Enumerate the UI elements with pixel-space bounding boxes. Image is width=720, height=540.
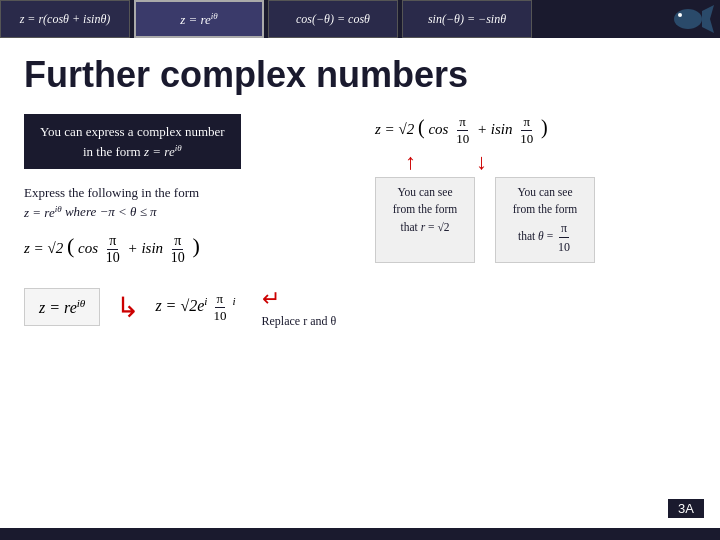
arrow-up-row: ↑ ↓ (405, 151, 696, 173)
fish-icon (660, 0, 720, 38)
intro-line1: You can express a complex number (40, 122, 225, 142)
intro-box: You can express a complex number in the … (24, 114, 241, 169)
svg-marker-1 (702, 5, 714, 33)
formula-text-1: z = r(cosθ + isinθ) (20, 12, 111, 27)
arrow-up-left: ↑ (405, 151, 416, 173)
express-line2: z = reiθ where −π < θ ≤ π (24, 203, 345, 220)
replace-label-text: Replace r and θ (262, 314, 337, 329)
main-formula-left: z = √2 ( cos π 10 + isin π 10 ) (24, 233, 345, 266)
replace-result-formula: z = √2ei π 10 i (155, 291, 235, 324)
express-line1: Express the following in the form (24, 185, 345, 201)
express-section: Express the following in the form z = re… (24, 185, 345, 220)
right-column: z = √2 ( cos π 10 + isin π 10 ) ↑ ↓ (375, 114, 696, 266)
fish-svg (666, 1, 714, 37)
page-number: 3A (668, 499, 704, 518)
annotation-left-line1: You can see (386, 184, 464, 201)
formula-box-2: cos(−θ) = cosθ (268, 0, 398, 38)
intro-line2: in the form z = reiθ (40, 142, 225, 162)
replace-arrow-icon: ↳ (116, 291, 139, 324)
left-column: You can express a complex number in the … (24, 114, 345, 266)
replace-formula-box: z = reiθ (24, 288, 100, 326)
annotation-right-line1: You can see (506, 184, 584, 201)
right-formula-top: z = √2 ( cos π 10 + isin π 10 ) (375, 114, 696, 147)
page-title: Further complex numbers (24, 54, 696, 96)
annotation-right-line3: that θ = π 10 (506, 219, 584, 256)
annotation-left-line3: that r = √2 (386, 219, 464, 236)
arrow-down-right: ↓ (476, 151, 487, 173)
formula-box-highlight: z = reiθ (134, 0, 264, 38)
two-col-layout: You can express a complex number in the … (24, 114, 696, 266)
annotation-row: You can see from the form that r = √2 Yo… (375, 177, 696, 263)
annotation-right-line2: from the form (506, 201, 584, 218)
annotation-right: You can see from the form that θ = π 10 (495, 177, 595, 263)
annotation-left: You can see from the form that r = √2 (375, 177, 475, 263)
replace-section: z = reiθ ↳ z = √2ei π 10 i ↵ Replace r a… (24, 286, 696, 329)
formula-text-highlight: z = reiθ (180, 10, 218, 27)
formula-text-3: sin(−θ) = −sinθ (428, 11, 506, 27)
formula-box-1: z = r(cosθ + isinθ) (0, 0, 130, 38)
annotation-left-line2: from the form (386, 201, 464, 218)
svg-point-2 (678, 13, 682, 17)
top-bar: z = r(cosθ + isinθ) z = reiθ cos(−θ) = c… (0, 0, 720, 38)
main-content: Further complex numbers You can express … (0, 38, 720, 528)
svg-point-0 (674, 9, 702, 29)
top-bar-spacer (532, 0, 660, 38)
replace-label: ↵ Replace r and θ (262, 286, 337, 329)
formula-text-2: cos(−θ) = cosθ (296, 11, 370, 27)
formula-box-3: sin(−θ) = −sinθ (402, 0, 532, 38)
